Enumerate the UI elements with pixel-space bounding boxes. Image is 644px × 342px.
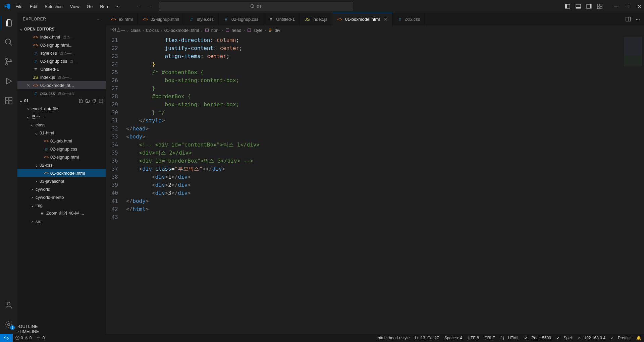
layout-secondary-icon[interactable] (586, 4, 592, 9)
tree-item[interactable]: ›src (17, 217, 106, 225)
tree-item[interactable]: ›excel_datafile (17, 105, 106, 113)
css-icon: # (44, 147, 49, 152)
open-editor-item[interactable]: JSindex.js연스—... (17, 73, 106, 81)
layout-customize-icon[interactable] (597, 4, 602, 9)
tree-item[interactable]: <>02-signup.html (17, 153, 106, 161)
open-editor-item[interactable]: ≡Untitled-1 (17, 65, 106, 73)
breadcrumb-item[interactable]: 연스— (112, 27, 125, 33)
command-center[interactable]: 01 (159, 2, 353, 11)
svg-point-15 (6, 63, 7, 65)
breadcrumb-item[interactable]: 01-boxmodel.html (164, 28, 199, 33)
remote-indicator-icon[interactable] (0, 334, 13, 342)
menu-go[interactable]: Go (84, 2, 96, 11)
open-editor-item[interactable]: #02-signup.css연... (17, 57, 106, 65)
tree-item[interactable]: ⌄img (17, 201, 106, 209)
refresh-icon[interactable] (92, 99, 97, 103)
tree-item[interactable]: ⌄class (17, 121, 106, 129)
timeline-header[interactable]: ›TIMELINE (17, 329, 106, 334)
breadcrumb-item[interactable]: head (232, 28, 241, 33)
menu-file[interactable]: File (12, 2, 26, 11)
twisty-icon: ⌄ (34, 163, 38, 168)
activity-debug-icon[interactable] (1, 74, 17, 88)
editor-tab[interactable]: <>02-signup.html (138, 13, 184, 25)
svg-line-13 (10, 43, 12, 46)
status-language[interactable]: { } HTML (498, 336, 522, 340)
editor-tab[interactable]: #02-signup.css (219, 13, 263, 25)
layout-primary-icon[interactable] (565, 4, 570, 9)
editor-tab[interactable]: <>ex.html (106, 13, 138, 25)
tree-item[interactable]: ›cyworld (17, 185, 106, 193)
tree-item[interactable]: #02-signup.css (17, 145, 106, 153)
open-editor-item[interactable]: #style.css연스—\... (17, 49, 106, 57)
breadcrumb[interactable]: 연스—›class›02-css›01-boxmodel.html›html›h… (106, 25, 644, 35)
status-selection-path[interactable]: html › head › style (375, 336, 412, 340)
minimize-icon[interactable]: ─ (614, 4, 618, 9)
editor-tab[interactable]: #box.css (392, 13, 425, 25)
code-editor[interactable]: 2122232425262728293031323334353637383940… (106, 35, 644, 334)
breadcrumb-item[interactable]: class (130, 28, 141, 33)
close-editor-icon[interactable]: ✕ (25, 83, 31, 88)
layout-panel-icon[interactable] (576, 4, 581, 9)
tree-item[interactable]: ›03-javascript (17, 177, 106, 185)
activity-search-icon[interactable] (1, 36, 17, 49)
maximize-icon[interactable]: ☐ (626, 4, 630, 9)
status-liveserver[interactable]: ⊘ Port : 5500 (522, 336, 554, 340)
sidebar-more-icon[interactable]: ⋯ (97, 17, 101, 21)
tree-item[interactable]: ≡Zoom 회의 40-분 ... (17, 209, 106, 217)
tab-more-icon[interactable]: ⋯ (636, 17, 640, 22)
nav-forward-icon[interactable]: → (148, 4, 152, 9)
status-encoding[interactable]: UTF-8 (465, 336, 482, 340)
menu-edit[interactable]: Edit (26, 2, 41, 11)
nav-back-icon[interactable]: ← (137, 4, 141, 9)
open-editor-item[interactable]: #box.css연스—\src (17, 89, 106, 97)
activity-extensions-icon[interactable] (1, 94, 17, 107)
breadcrumb-item[interactable]: html (211, 28, 220, 33)
tree-item[interactable]: <>01-tab.html (17, 137, 106, 145)
status-ports[interactable]: ᯤ0 (34, 334, 47, 342)
open-editor-item[interactable]: <>index.html연스... (17, 33, 106, 41)
no-icon: ⊘ (524, 336, 528, 340)
open-editor-item[interactable]: <>02-signup.html... (17, 41, 106, 49)
status-indent[interactable]: Spaces: 4 (442, 336, 465, 340)
minimap[interactable] (617, 35, 644, 334)
sidebar-title: EXPLORER ⋯ (17, 13, 106, 25)
editor-tab[interactable]: JSindex.js (300, 13, 332, 25)
editor-tab[interactable]: ≡Untitled-1 (263, 13, 300, 25)
menu-run[interactable]: Run (97, 2, 111, 11)
status-bell-icon[interactable]: 🔔 (634, 336, 644, 340)
menu-overflow-icon[interactable]: ⋯ (112, 2, 123, 11)
menu-view[interactable]: View (67, 2, 83, 11)
tree-item[interactable]: ⌄02-css (17, 161, 106, 169)
editor-tab[interactable]: <>01-boxmodel.html✕ (332, 13, 392, 25)
project-header[interactable]: ⌄ 01 (17, 97, 106, 105)
activity-explorer-icon[interactable] (1, 16, 17, 30)
activity-account-icon[interactable] (1, 298, 17, 312)
status-prettier[interactable]: ✓ Prettier (608, 336, 634, 340)
collapse-icon[interactable] (99, 99, 103, 103)
close-icon[interactable]: ✕ (638, 4, 641, 9)
activity-scm-icon[interactable] (1, 55, 17, 68)
open-editors-header[interactable]: ⌄ OPEN EDITORS (17, 25, 106, 33)
editor-tab[interactable]: #style.css (184, 13, 219, 25)
new-file-icon[interactable] (78, 99, 83, 103)
status-ip[interactable]: ⌂ 192.168.0.4 (575, 336, 608, 340)
tree-item[interactable]: ⌄01-html (17, 129, 106, 137)
close-tab-icon[interactable]: ✕ (384, 17, 387, 22)
activity-settings-icon[interactable]: 1 (1, 318, 17, 331)
svg-rect-20 (9, 97, 12, 100)
status-problems[interactable]: ⓧ0 ⚠0 (13, 334, 34, 342)
breadcrumb-item[interactable]: 02-css (146, 28, 159, 33)
status-spell[interactable]: ✓ Spell (554, 336, 575, 340)
new-folder-icon[interactable] (85, 99, 90, 103)
breadcrumb-item[interactable]: div (275, 28, 280, 33)
menu-selection[interactable]: Selection (41, 2, 66, 11)
tree-item[interactable]: <>01-boxmodel.html (17, 169, 106, 177)
outline-header[interactable]: ›OUTLINE (17, 324, 106, 329)
status-cursor[interactable]: Ln 13, Col 27 (412, 336, 441, 340)
breadcrumb-item[interactable]: style (254, 28, 263, 33)
status-eol[interactable]: CRLF (482, 336, 497, 340)
tree-item[interactable]: ›cyworld-mento (17, 193, 106, 201)
tree-item[interactable]: ⌄연스— (17, 113, 106, 121)
split-editor-icon[interactable] (626, 16, 631, 22)
open-editor-item[interactable]: ✕<>01-boxmodel.ht... (17, 81, 106, 89)
